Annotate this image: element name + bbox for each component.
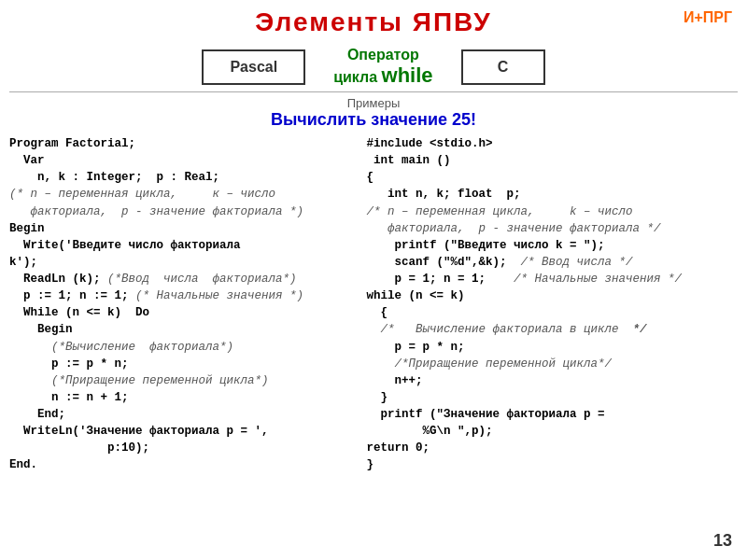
operator-label: Оператор цикла while [333, 47, 432, 88]
header: Элементы ЯПВУ И+ПРГ [0, 0, 747, 41]
pascal-box: Pascal [202, 49, 305, 85]
pascal-code-block: Program Factorial; Var n, k : Integer; p… [9, 135, 359, 474]
c-box: C [461, 49, 545, 85]
code-section: Program Factorial; Var n, k : Integer; p… [0, 132, 747, 474]
examples-header: Примеры Вычислить значение 25! [0, 96, 747, 130]
page-title: Элементы ЯПВУ [255, 7, 491, 36]
divider [9, 91, 738, 92]
operator-text: Оператор [333, 47, 432, 63]
examples-title: Вычислить значение 25! [0, 110, 747, 130]
examples-label: Примеры [0, 96, 747, 110]
pascal-code: Program Factorial; Var n, k : Integer; p… [9, 135, 351, 474]
page-number: 13 [713, 531, 732, 551]
operator-section: Pascal Оператор цикла while C [0, 47, 747, 88]
top-right-label: И+ПРГ [684, 9, 732, 26]
c-code-block: #include <stdio.h> int main () { int n, … [359, 135, 738, 474]
operator-while-line: цикла while [333, 63, 432, 88]
c-code: #include <stdio.h> int main () { int n, … [366, 135, 738, 474]
operator-cycle-label: цикла [333, 69, 381, 85]
operator-while-keyword: while [382, 63, 433, 87]
